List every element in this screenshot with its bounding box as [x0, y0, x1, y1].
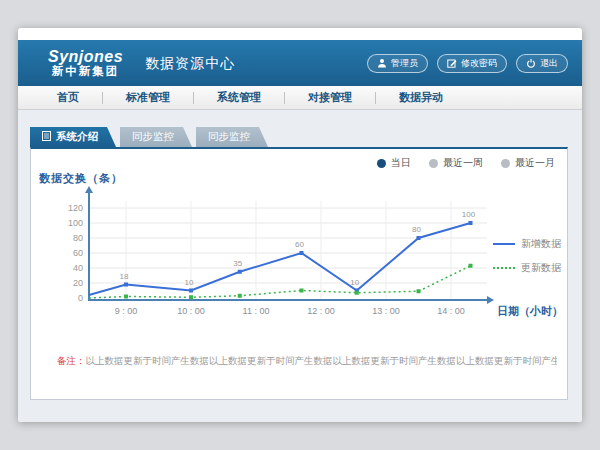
- svg-text:60: 60: [295, 240, 304, 249]
- chart-panel: 当日 最近一周 最近一月 数据交换（条） 0204060801001209 : …: [30, 147, 568, 400]
- radio-label: 当日: [391, 156, 411, 170]
- logo-primary-text: Synjones: [48, 49, 123, 66]
- tab-label: 同步监控: [132, 130, 174, 144]
- app-header: Synjones 新中新集团 数据资源中心 管理员 修改密码: [18, 40, 582, 86]
- footnote-prefix: 备注：: [57, 355, 86, 366]
- nav-item-interface-management[interactable]: 对接管理: [285, 90, 375, 105]
- svg-text:日期（小时）: 日期（小时）: [497, 305, 563, 318]
- svg-text:0: 0: [78, 293, 83, 303]
- legend-item-new-data: 新增数据: [493, 237, 561, 251]
- tab-label: 同步监控: [208, 130, 250, 144]
- app-window: Synjones 新中新集团 数据资源中心 管理员 修改密码: [18, 28, 582, 422]
- chart-legend: 新增数据 更新数据: [493, 237, 561, 275]
- radio-option-last-week[interactable]: 最近一周: [429, 156, 483, 170]
- svg-text:9 : 00: 9 : 00: [115, 306, 138, 316]
- logo-secondary-text: 新中新集团: [52, 65, 120, 77]
- change-password-label: 修改密码: [461, 57, 497, 70]
- time-range-filter: 当日 最近一周 最近一月: [377, 156, 555, 170]
- legend-item-updated-data: 更新数据: [493, 261, 561, 275]
- content-area: 系统介绍 同步监控 同步监控 当日 最近一周: [18, 110, 582, 422]
- svg-text:20: 20: [73, 278, 83, 288]
- change-password-button[interactable]: 修改密码: [437, 54, 507, 73]
- footnote: 备注：以上数据更新于时间产生数据以上数据更新于时间产生数据以上数据更新于时间产生…: [57, 355, 557, 368]
- svg-text:40: 40: [73, 263, 83, 273]
- tab-bar: 系统介绍 同步监控 同步监控: [30, 127, 268, 147]
- document-icon: [42, 131, 51, 143]
- desktop-background: Synjones 新中新集团 数据资源中心 管理员 修改密码: [0, 0, 600, 450]
- svg-text:120: 120: [68, 203, 83, 213]
- line-chart: 0204060801001209 : 0010 : 0011 : 0012 : …: [31, 183, 567, 329]
- admin-user-button[interactable]: 管理员: [367, 54, 428, 73]
- svg-text:18: 18: [120, 272, 129, 281]
- logout-button[interactable]: 退出: [516, 54, 568, 73]
- admin-user-label: 管理员: [391, 57, 418, 70]
- nav-item-data-change[interactable]: 数据异动: [376, 90, 466, 105]
- main-navbar: 首页 标准管理 系统管理 对接管理 数据异动: [18, 86, 582, 110]
- radio-dot[interactable]: [429, 159, 438, 168]
- svg-text:13 : 00: 13 : 00: [372, 306, 400, 316]
- radio-label: 最近一月: [515, 156, 555, 170]
- edit-icon: [447, 58, 457, 68]
- svg-text:100: 100: [462, 210, 476, 219]
- radio-dot[interactable]: [501, 159, 510, 168]
- power-icon: [526, 58, 536, 69]
- radio-label: 最近一周: [443, 156, 483, 170]
- nav-item-standard-management[interactable]: 标准管理: [103, 90, 193, 105]
- radio-dot[interactable]: [377, 159, 386, 168]
- svg-text:80: 80: [73, 233, 83, 243]
- svg-text:11 : 00: 11 : 00: [243, 306, 270, 316]
- company-logo: Synjones 新中新集团: [48, 49, 123, 78]
- header-user-actions: 管理员 修改密码 退出: [367, 54, 568, 73]
- logout-label: 退出: [540, 57, 558, 70]
- tab-system-intro[interactable]: 系统介绍: [30, 127, 116, 147]
- radio-option-last-month[interactable]: 最近一月: [501, 156, 555, 170]
- svg-text:14 : 00: 14 : 00: [437, 306, 465, 316]
- tab-label: 系统介绍: [56, 130, 98, 144]
- legend-label: 新增数据: [521, 237, 561, 251]
- svg-text:12 : 00: 12 : 00: [307, 306, 335, 316]
- svg-text:35: 35: [233, 259, 242, 268]
- tab-sync-monitor-1[interactable]: 同步监控: [120, 127, 192, 147]
- nav-item-home[interactable]: 首页: [34, 90, 102, 105]
- legend-label: 更新数据: [521, 261, 561, 275]
- tab-sync-monitor-2[interactable]: 同步监控: [196, 127, 268, 147]
- svg-text:10 : 00: 10 : 00: [177, 306, 205, 316]
- legend-line-swatch: [493, 267, 515, 269]
- legend-line-swatch: [493, 243, 515, 245]
- svg-text:100: 100: [68, 218, 83, 228]
- svg-text:10: 10: [350, 278, 359, 287]
- app-title: 数据资源中心: [145, 55, 235, 73]
- user-icon: [377, 58, 387, 68]
- radio-option-today[interactable]: 当日: [377, 156, 411, 170]
- svg-text:60: 60: [73, 248, 83, 258]
- footnote-text: 以上数据更新于时间产生数据以上数据更新于时间产生数据以上数据更新于时间产生数据以…: [86, 355, 558, 366]
- svg-text:80: 80: [412, 225, 421, 234]
- svg-text:10: 10: [185, 278, 194, 287]
- nav-item-system-management[interactable]: 系统管理: [194, 90, 284, 105]
